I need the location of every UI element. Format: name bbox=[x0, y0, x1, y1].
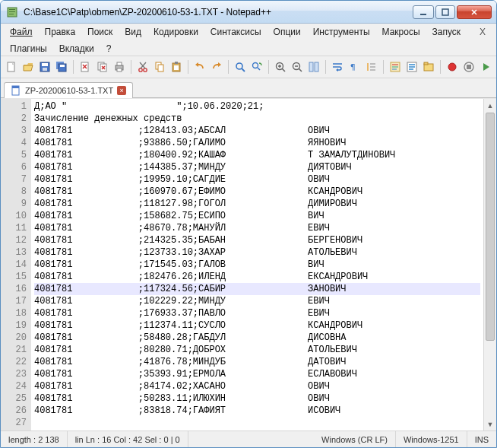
code-line[interactable]: 4081781 ;48670.78;МАНУЙЛ ЕВИЧ bbox=[34, 222, 480, 234]
svg-marker-70 bbox=[483, 63, 489, 71]
close-all-icon[interactable] bbox=[94, 59, 109, 75]
scroll-down-icon[interactable]: ▼ bbox=[484, 418, 496, 431]
menu-file[interactable]: Файл bbox=[4, 25, 39, 39]
code-area[interactable]: Д;АО " ";10.06.2020;21;Зачисление денежн… bbox=[31, 99, 483, 431]
stop-macro-icon[interactable] bbox=[461, 59, 476, 75]
svg-marker-36 bbox=[218, 62, 221, 67]
undo-icon[interactable] bbox=[192, 59, 207, 75]
status-eol[interactable]: Windows (CR LF) bbox=[314, 431, 396, 447]
record-macro-icon[interactable] bbox=[445, 59, 460, 75]
code-line[interactable]: 4081781 ;102229.22;МИНДУ ЕВИЧ bbox=[34, 295, 480, 307]
svg-line-38 bbox=[242, 68, 245, 71]
find-icon[interactable] bbox=[233, 59, 248, 75]
code-line[interactable]: 4081781 ;41876.78;МИНДУБ ДАТОВИЧ bbox=[34, 356, 480, 368]
editor: 1234567891011121314151617181920212223242… bbox=[1, 98, 496, 431]
code-line[interactable]: 4081781 ;214325.35;БАБАН БЕРГЕНОВИЧ bbox=[34, 234, 480, 246]
code-line[interactable] bbox=[34, 417, 480, 429]
menu-settings[interactable]: Опции bbox=[267, 25, 307, 39]
minimize-button[interactable] bbox=[413, 5, 434, 19]
menu-macro[interactable]: Макросы bbox=[376, 25, 426, 39]
menu-language[interactable]: Синтаксисы bbox=[204, 25, 267, 39]
tab-bar: ZP-20200610-53-1.TXT × bbox=[1, 78, 496, 98]
code-line[interactable]: 4081781 ;117324.56;САБИР ЗАНОВИЧ bbox=[34, 283, 480, 295]
copy-icon[interactable] bbox=[152, 59, 167, 75]
zoom-in-icon[interactable] bbox=[273, 59, 288, 75]
tab-close-icon[interactable]: × bbox=[117, 86, 126, 95]
maximize-button[interactable] bbox=[435, 5, 455, 19]
code-line[interactable]: 4081781 ;128413.03;АБСАЛ ОВИЧ bbox=[34, 125, 480, 137]
doc-map-icon[interactable] bbox=[388, 59, 403, 75]
code-line[interactable]: 4081781 ;80280.71;ДОБРОХ АТОЛЬЕВИЧ bbox=[34, 344, 480, 356]
code-line[interactable]: 4081781 ;58480.28;ГАБДУЛ ДИСОВНА bbox=[34, 332, 480, 344]
code-line[interactable]: 4081781 ;19959.10;САГДИЕ ОВИЧ bbox=[34, 173, 480, 186]
cut-icon[interactable] bbox=[135, 59, 150, 75]
code-line[interactable]: Д;АО " ";10.06.2020;21; bbox=[34, 100, 480, 113]
code-line[interactable]: 4081781 ;176933.37;ПАВЛО ЕВИЧ bbox=[34, 307, 480, 319]
vertical-scrollbar[interactable]: ▲ ▼ bbox=[483, 99, 496, 431]
paste-icon[interactable] bbox=[169, 59, 184, 75]
menu-edit[interactable]: Правка bbox=[39, 25, 82, 39]
menu-encoding[interactable]: Кодировки bbox=[147, 25, 204, 39]
print-icon[interactable] bbox=[112, 59, 127, 75]
svg-rect-33 bbox=[175, 62, 178, 64]
status-mode[interactable]: INS bbox=[467, 431, 496, 447]
close-file-icon[interactable] bbox=[78, 59, 93, 75]
wordwrap-icon[interactable] bbox=[330, 59, 345, 75]
menu-help[interactable]: ? bbox=[100, 42, 118, 56]
save-icon[interactable] bbox=[37, 59, 52, 75]
code-line[interactable]: 4081781 ;180400.92;КАШАФ Т ЗАМАЛУТДИНОВИ… bbox=[34, 149, 480, 161]
open-file-icon[interactable] bbox=[21, 59, 36, 75]
titlebar[interactable]: C:\Base1C\Patp\obmen\ZP-20200610-53-1.TX… bbox=[1, 1, 496, 24]
code-line[interactable]: 4081781 ;112374.11;СУСЛО КСАНДРОВИЧ bbox=[34, 319, 480, 332]
replace-icon[interactable] bbox=[249, 59, 264, 75]
file-tab[interactable]: ZP-20200610-53-1.TXT × bbox=[4, 82, 133, 98]
menu-run[interactable]: Запуск bbox=[426, 25, 467, 39]
code-line[interactable]: 4081781 ;93886.50;ГАЛИМО ЯЯНОВИЧ bbox=[34, 137, 480, 149]
menu-window[interactable]: Вкладки bbox=[53, 42, 100, 56]
svg-line-29 bbox=[140, 62, 145, 68]
scroll-up-icon[interactable]: ▲ bbox=[484, 99, 496, 112]
sync-v-icon[interactable] bbox=[306, 59, 321, 75]
code-line[interactable]: 4081781 ;160970.67;ЕФИМО КСАНДРОВИЧ bbox=[34, 186, 480, 198]
save-all-icon[interactable] bbox=[54, 59, 69, 75]
status-encoding[interactable]: Windows-1251 bbox=[396, 431, 467, 447]
redo-icon[interactable] bbox=[209, 59, 224, 75]
svg-line-40 bbox=[258, 68, 260, 70]
svg-rect-31 bbox=[158, 65, 163, 71]
svg-marker-51 bbox=[336, 68, 338, 71]
menu-bar: Файл Правка Поиск Вид Кодировки Синтакси… bbox=[1, 24, 496, 56]
play-macro-icon[interactable] bbox=[478, 59, 493, 75]
function-list-icon[interactable] bbox=[404, 59, 419, 75]
menu-search[interactable]: Поиск bbox=[81, 25, 119, 39]
menu-plugins[interactable]: Плагины bbox=[4, 42, 53, 56]
menu-tools[interactable]: Инструменты bbox=[307, 25, 376, 39]
new-file-icon[interactable] bbox=[4, 59, 19, 75]
menu-close-x[interactable]: X bbox=[472, 25, 493, 39]
svg-point-27 bbox=[143, 68, 146, 71]
code-line[interactable]: 4081781 ;171545.03;ГАЛОВ ВИЧ bbox=[34, 259, 480, 271]
menu-view[interactable]: Вид bbox=[119, 25, 147, 39]
close-button[interactable] bbox=[457, 5, 492, 19]
code-line[interactable]: 4081781 ;84174.02;ХАСАНО ОВИЧ bbox=[34, 380, 480, 392]
show-all-chars-icon[interactable]: ¶ bbox=[347, 59, 362, 75]
folder-tree-icon[interactable] bbox=[421, 59, 436, 75]
toolbar: ¶ bbox=[1, 56, 496, 78]
status-length: length : 2 138 bbox=[1, 431, 68, 447]
code-line[interactable]: 4081781 ;118127.98;ГОГОЛ ДИМИРОВИЧ bbox=[34, 198, 480, 210]
indent-guide-icon[interactable] bbox=[364, 59, 379, 75]
svg-point-26 bbox=[138, 68, 141, 71]
code-line[interactable]: 4081781 ;83818.74;ГАФИЯТ ИСОВИЧ bbox=[34, 405, 480, 417]
code-line[interactable]: 4081781 ;123733.10;ЗАХАР АТОЛЬЕВИЧ bbox=[34, 246, 480, 259]
code-line[interactable]: 4081781 ;35393.91;ЕРМОЛА ЕСЛАВОВИЧ bbox=[34, 368, 480, 380]
code-line[interactable]: 4081781 ;158682.75;ЕСИПО ВИЧ bbox=[34, 210, 480, 222]
zoom-out-icon[interactable] bbox=[290, 59, 305, 75]
svg-rect-48 bbox=[309, 62, 313, 71]
scrollbar-thumb[interactable] bbox=[486, 113, 495, 341]
code-line[interactable]: 4081781 ;50283.11;ИЛЮХИН ОВИЧ bbox=[34, 392, 480, 405]
svg-line-28 bbox=[141, 62, 146, 68]
code-line[interactable]: 4081781 ;182476.26;ИЛЕНД ЕКСАНДРОВИЧ bbox=[34, 271, 480, 283]
svg-point-37 bbox=[236, 63, 242, 69]
code-line[interactable]: Зачисление денежных средств bbox=[34, 113, 480, 125]
code-line[interactable]: 4081781 ;144385.37;МИНДУ ДИЯТОВИЧ bbox=[34, 161, 480, 173]
svg-rect-24 bbox=[117, 62, 122, 65]
